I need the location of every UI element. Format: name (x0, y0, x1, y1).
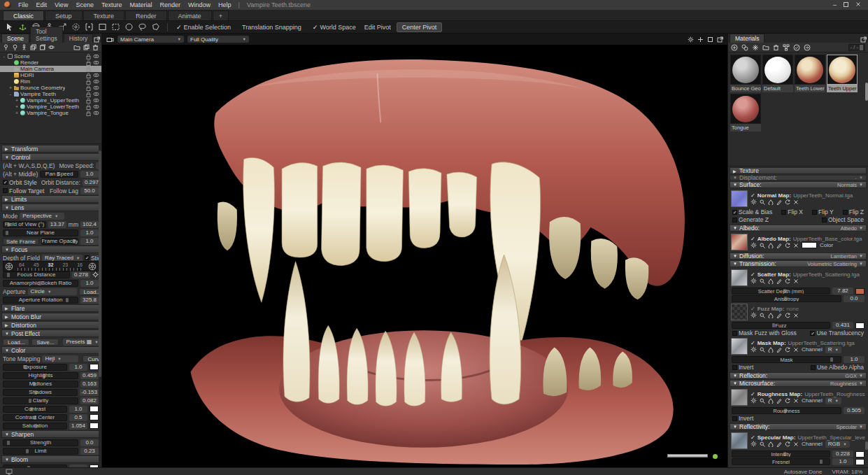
color-swatch[interactable] (855, 322, 865, 329)
plus-icon[interactable] (697, 36, 704, 43)
slider-exposure[interactable]: Exposure (3, 364, 67, 371)
section-header-diffusion[interactable]: ▼Diffusion:Lambertian▼ (730, 253, 867, 260)
menu-texture[interactable]: Texture (101, 1, 122, 8)
edit-icon[interactable] (776, 243, 782, 248)
search-icon[interactable] (760, 243, 765, 248)
channel-dropdown[interactable]: R▼ (825, 346, 841, 353)
material-teeth-lower[interactable]: Teeth Lower (795, 55, 825, 92)
section-header-focus[interactable]: ▼Focus (1, 246, 100, 253)
search-icon[interactable] (760, 441, 765, 447)
lock-icon[interactable] (86, 98, 91, 104)
tab-scene[interactable]: Scene (1, 34, 29, 43)
value-field-1-0[interactable]: 1.0 (69, 406, 87, 413)
dropdown-circle[interactable]: Circle▼ (28, 288, 77, 295)
globe-check-icon[interactable] (793, 44, 800, 51)
picker-icon[interactable] (768, 347, 774, 353)
slider-near-plane[interactable]: Near Plane (3, 229, 78, 236)
copy-icon[interactable] (83, 44, 90, 50)
map-thumbnail[interactable] (731, 338, 748, 355)
tree-expander[interactable]: + (8, 85, 13, 90)
value-field-0-23[interactable]: 0.23 (80, 448, 99, 455)
search-icon[interactable] (760, 278, 765, 284)
tree-item-vampire-lowerteeth[interactable]: +Vampire_LowerTeeth (0, 104, 101, 110)
search-icon[interactable] (760, 398, 765, 404)
value-field-0-505[interactable]: 0.505 (844, 407, 865, 414)
tree-expander[interactable]: + (15, 98, 19, 103)
gear-icon[interactable] (750, 441, 757, 447)
menu-file[interactable]: File (18, 1, 29, 8)
checkbox-use-translucency[interactable]: ✓Use Translucency (810, 329, 864, 336)
box-icon[interactable] (39, 44, 45, 50)
slider-focus-distance[interactable]: Focus Distance (3, 271, 70, 278)
slider-contrast[interactable]: Contrast (3, 406, 67, 413)
value-field-1-0[interactable]: 1.0 (69, 364, 87, 371)
gear-icon[interactable] (750, 242, 757, 248)
eye-icon[interactable] (93, 73, 99, 78)
checkbox-flip-z[interactable]: Flip Z (843, 208, 864, 215)
lock-icon[interactable] (86, 54, 91, 59)
eye-icon[interactable] (93, 111, 99, 115)
slider-fresnel[interactable]: Fresnel (732, 458, 830, 465)
section-header-microsurface[interactable]: ▼Microsurface:Roughness▼ (730, 380, 867, 387)
dashed-select-tool[interactable] (110, 22, 122, 32)
section-header-lens[interactable]: ▼Lens (1, 204, 100, 211)
tab-animate[interactable]: Animate (168, 10, 212, 20)
tab-setup[interactable]: Setup (45, 10, 83, 20)
slider-handle[interactable] (7, 273, 10, 277)
tab-materials[interactable]: Materials (730, 34, 764, 43)
color-swatch[interactable] (855, 451, 865, 458)
value-field-1-0[interactable]: 1.0 (80, 171, 99, 178)
edit-icon[interactable] (776, 398, 782, 404)
channel-dropdown[interactable]: R▼ (825, 397, 841, 404)
slider-strength[interactable]: Strength (3, 439, 78, 446)
color-swatch[interactable] (855, 459, 865, 465)
section-header-flare[interactable]: ▶Flare (1, 304, 100, 312)
left-scrollbar[interactable] (99, 144, 101, 467)
value-field-1-0[interactable]: 1.0 (80, 280, 99, 287)
picker-icon[interactable] (768, 441, 774, 447)
slider-midtones[interactable]: Midtones (3, 381, 78, 388)
lock-icon[interactable] (86, 85, 91, 91)
eye-icon[interactable] (93, 104, 99, 109)
checkbox-flip-x[interactable]: Flip X (781, 208, 803, 215)
edit-icon[interactable] (776, 347, 782, 353)
slider-anamorphic-bokeh-ratio[interactable]: Anamorphic Bokeh Ratio (3, 280, 78, 287)
render-vampire-teeth[interactable] (102, 45, 727, 467)
tab-tool-settings[interactable]: Tool Settings (30, 27, 63, 43)
checkbox-conserve-energy[interactable]: Conserve Energy (732, 466, 785, 467)
value-field-0-0[interactable]: 0.0 (80, 439, 99, 446)
material-thumbnail[interactable] (795, 55, 825, 85)
tree-expander[interactable]: - (2, 54, 6, 59)
slider-field-of-view[interactable]: Field of View (°) (3, 221, 46, 228)
trash-icon[interactable] (773, 44, 779, 50)
section-header-limits[interactable]: ▶Limits (1, 195, 100, 203)
menu-help[interactable]: Help (218, 1, 232, 8)
map-thumbnail[interactable] (731, 304, 748, 320)
target-icon[interactable] (92, 271, 99, 278)
picker-icon[interactable] (768, 398, 774, 404)
remove-icon[interactable] (793, 441, 799, 447)
popout-icon[interactable] (860, 36, 867, 43)
globe-arrow-icon[interactable] (804, 44, 811, 51)
tree-item-rim[interactable]: Rim (0, 78, 101, 85)
section-mode[interactable]: Roughness▼ (830, 381, 863, 387)
slider-highlights[interactable]: Highlights (3, 372, 78, 379)
search-icon[interactable] (760, 199, 765, 205)
figure-icon[interactable] (21, 44, 27, 50)
console-icon[interactable] (6, 469, 13, 475)
remove-icon[interactable] (793, 398, 799, 404)
slider-handle[interactable] (820, 460, 823, 464)
picker-icon[interactable] (768, 243, 774, 248)
picker-icon[interactable] (768, 313, 774, 318)
spheres-icon[interactable] (741, 44, 748, 51)
right-scrollbar[interactable] (865, 67, 868, 460)
checkbox-scale-bias[interactable]: ✓Scale & Bias (732, 208, 772, 215)
material-bounce-geo[interactable]: Bounce Geo (730, 55, 761, 92)
gear-icon[interactable] (750, 312, 757, 318)
tree-expander[interactable]: + (15, 104, 19, 109)
section-header-surface[interactable]: ▼Surface:Normals▼ (730, 181, 867, 188)
slider-handle[interactable] (29, 399, 31, 403)
remove-icon[interactable] (793, 278, 799, 284)
value-field-0-431[interactable]: 0.431 (832, 322, 853, 329)
graph-icon[interactable] (783, 44, 790, 51)
